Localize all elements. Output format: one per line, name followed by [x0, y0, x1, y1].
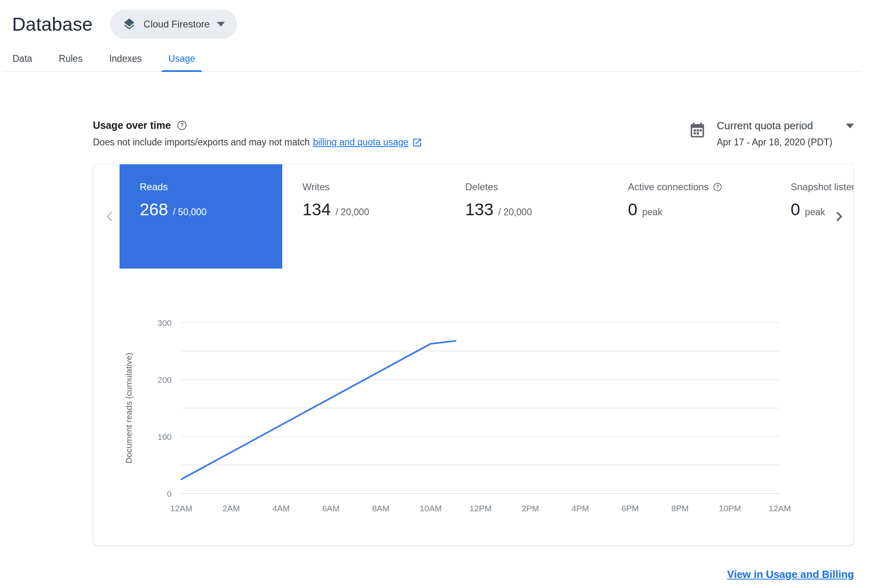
metric-tiles: Reads 268 / 50,000 Writes 134 / 20,000 D…	[120, 164, 854, 269]
metric-suffix: / 20,000	[336, 207, 369, 218]
view-usage-billing-link[interactable]: View in Usage and Billing	[727, 568, 854, 580]
chevron-down-icon	[846, 124, 854, 128]
y-tick-label: 300	[157, 318, 172, 328]
tiles-prev-button[interactable]	[100, 207, 119, 226]
metric-tile-active-connections[interactable]: Active connections ? 0 peak	[608, 164, 770, 269]
billing-quota-usage-link[interactable]: billing and quota usage	[313, 137, 409, 148]
usage-card: Reads 268 / 50,000 Writes 134 / 20,000 D…	[93, 164, 854, 546]
help-icon[interactable]: ?	[713, 182, 722, 192]
tab-data[interactable]: Data	[3, 53, 42, 71]
svg-text:?: ?	[180, 122, 184, 128]
metric-label: Snapshot listeners	[791, 181, 854, 193]
help-icon[interactable]: ?	[176, 120, 187, 131]
x-tick-label: 6PM	[621, 504, 639, 513]
usage-over-time-title: Usage over time	[93, 120, 171, 131]
page-header: Database Cloud Firestore	[0, 0, 873, 39]
metric-tile-deletes[interactable]: Deletes 133 / 20,000	[445, 164, 608, 269]
tab-rules[interactable]: Rules	[50, 53, 92, 71]
metric-label: Deletes	[465, 181, 608, 193]
metric-value: 0	[791, 200, 800, 219]
firestore-icon	[122, 17, 136, 31]
usage-head-left: Usage over time ? Does not include impor…	[93, 120, 422, 148]
x-tick-label: 2AM	[222, 504, 240, 513]
metric-value: 134	[302, 200, 331, 219]
quota-period-range: Apr 17 - Apr 18, 2020 (PDT)	[717, 137, 854, 148]
y-axis-title: Document reads (cumulative)	[124, 353, 133, 463]
quota-period-dropdown[interactable]: Current quota period	[717, 120, 854, 132]
svg-text:?: ?	[716, 184, 719, 190]
card-footer: View in Usage and Billing	[93, 568, 854, 581]
x-tick-label: 4PM	[571, 504, 589, 513]
product-selector-label: Cloud Firestore	[143, 19, 210, 30]
x-tick-label: 2PM	[522, 504, 539, 513]
usage-subtitle: Does not include imports/exports and may…	[93, 137, 422, 148]
metric-suffix: / 50,000	[173, 207, 206, 218]
quota-period-label: Current quota period	[717, 120, 813, 132]
metric-value: 0	[628, 200, 637, 219]
x-tick-label: 10AM	[420, 504, 442, 513]
y-tick-label: 200	[157, 375, 172, 384]
x-tick-label: 12AM	[769, 504, 791, 513]
tab-usage[interactable]: Usage	[159, 53, 204, 71]
calendar-icon	[688, 120, 706, 139]
x-tick-label: 10PM	[719, 504, 741, 513]
usage-section-head: Usage over time ? Does not include impor…	[93, 120, 854, 148]
x-tick-label: 12PM	[470, 504, 492, 513]
metric-tile-writes[interactable]: Writes 134 / 20,000	[282, 164, 445, 269]
product-selector[interactable]: Cloud Firestore	[110, 10, 237, 39]
metric-label: Writes	[302, 181, 445, 193]
usage-line-series	[181, 341, 455, 479]
metric-value: 133	[465, 200, 493, 219]
tab-indexes[interactable]: Indexes	[100, 53, 151, 71]
metric-label: Active connections	[628, 181, 709, 193]
usage-subtitle-text: Does not include imports/exports and may…	[93, 137, 310, 148]
x-tick-label: 6AM	[322, 504, 340, 513]
tab-bar: Data Rules Indexes Usage	[3, 53, 861, 72]
tiles-next-button[interactable]	[829, 207, 849, 226]
y-tick-label: 100	[157, 432, 172, 441]
metric-suffix: peak	[642, 207, 662, 218]
chevron-down-icon	[217, 22, 225, 27]
y-tick-label: 0	[167, 489, 172, 498]
metric-tile-reads[interactable]: Reads 268 / 50,000	[120, 164, 282, 269]
metric-suffix: peak	[805, 207, 825, 218]
x-tick-label: 8PM	[671, 504, 688, 513]
metric-label: Reads	[140, 181, 282, 193]
page-title: Database	[12, 13, 92, 35]
x-tick-label: 8AM	[372, 504, 389, 513]
external-link-icon[interactable]	[412, 137, 422, 148]
metric-suffix: / 20,000	[498, 207, 532, 218]
quota-period-selector[interactable]: Current quota period Apr 17 - Apr 18, 20…	[688, 120, 854, 148]
metric-value: 268	[140, 200, 168, 219]
x-tick-label: 12AM	[170, 504, 193, 513]
x-tick-label: 4AM	[272, 504, 290, 513]
